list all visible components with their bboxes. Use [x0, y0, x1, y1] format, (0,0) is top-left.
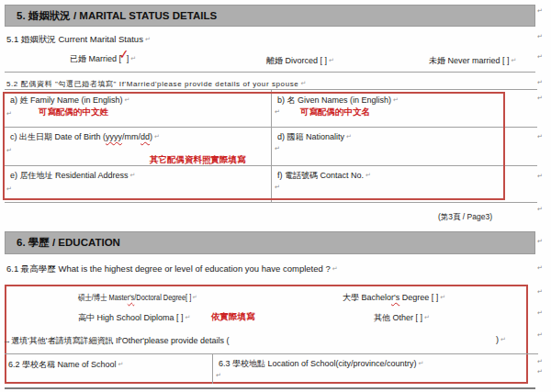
checkbox-never-married[interactable]: 未婚 Never married [ ]↵ [429, 55, 516, 67]
pilcrow-mark: ↵ [275, 145, 280, 152]
section6-title: 6. 學歷 / EDUCATION [17, 236, 120, 250]
page-number: (第3頁 / Page3) [438, 212, 492, 223]
other-details-label: 選填'其他'者請填寫詳細資訊 If'Other'please provide d… [11, 336, 229, 345]
pilcrow-mark: ↵ [500, 336, 506, 342]
pilcrow-mark: ↵ [537, 133, 543, 140]
field-family-name[interactable]: a) 姓 Family Name (in English)↵ [10, 95, 129, 106]
other-details-close-paren: )↵ [496, 335, 506, 344]
question-6-1: 6.1 最高學歷 What is the highest degree or l… [6, 263, 338, 275]
checkmark-icon: ✓ [118, 53, 129, 54]
pilcrow-mark: ↵ [537, 264, 543, 272]
pilcrow-mark: ↵ [6, 147, 12, 154]
pilcrow-mark: ↵ [537, 368, 543, 375]
annotation-spouse-other-fields: 其它配偶資料照實際填寫 [150, 154, 246, 166]
annotation-given-names: 可寫配偶的中文名 [300, 106, 370, 118]
section5-title: 5. 婚姻狀況 / MARITAL STATUS DETAILS [17, 9, 217, 23]
question-6-1-label: 6.1 最高學歷 What is the highest degree or l… [6, 263, 331, 274]
question-5-2-label: 5.2 配偶資料 "勾選已婚者填寫" If'Married'please pro… [6, 80, 298, 88]
close-paren: ) [496, 335, 499, 344]
checkbox-master-label-wavy: r's [128, 293, 135, 302]
pilcrow-mark: ↵ [419, 360, 424, 366]
divider-line [5, 72, 535, 73]
section5-header: 5. 婚姻狀況 / MARITAL STATUS DETAILS [5, 5, 535, 27]
table-row-divider [5, 353, 538, 354]
pilcrow-mark: ↵ [537, 331, 543, 339]
pilcrow-mark: ↵ [193, 294, 197, 300]
spouse-details-table: a) 姓 Family Name (in English)↵ 可寫配偶的中文姓 … [5, 89, 537, 202]
pilcrow-mark: ↵ [440, 294, 445, 300]
pilcrow-mark: ↵ [537, 309, 543, 317]
pilcrow-mark: ↵ [537, 7, 543, 15]
checkbox-bachelor[interactable]: 大學 Bachelor's Degree [ ]↵ [343, 292, 445, 304]
pilcrow-mark: ↵ [365, 172, 371, 178]
checkbox-master-doctoral[interactable]: 碩士/博士 Master's/Doctoral Degree[ ]↵ [78, 292, 223, 304]
pilcrow-mark: ↵ [275, 108, 280, 116]
checkbox-divorced[interactable]: 離婚 Divorced [ ]↵ [266, 55, 334, 67]
dob-yyyy: yyyy [106, 132, 122, 141]
checkbox-master-label: 碩士/博士 Maste [78, 293, 128, 302]
question-5-1-label: 5.1 婚姻狀況 Current Marital Status [6, 34, 143, 44]
checkbox-other-label: 其他 Other [ ] [374, 313, 422, 322]
bottom-rule [5, 387, 535, 389]
field-family-name-label: a) 姓 Family Name (in English) [10, 95, 123, 105]
pilcrow-mark: ↵ [186, 314, 191, 320]
field-school-name[interactable]: 6.2 學校名稱 Name of School↵ [8, 359, 123, 371]
table-row-divider [5, 202, 537, 203]
other-details-line: →選填'其他'者請填寫詳細資訊 If'Other'please provide … [3, 335, 229, 347]
dob-mm: /mm/ [122, 132, 141, 141]
pilcrow-mark: ↵ [537, 79, 543, 86]
dob-close: ) [150, 132, 152, 141]
field-residential-address[interactable]: e) 居住地址 Residential Address↵ [10, 170, 135, 182]
pilcrow-mark: ↵ [537, 288, 543, 296]
pilcrow-mark: ↵ [118, 361, 124, 367]
pilcrow-mark: ↵ [275, 184, 280, 191]
pilcrow-mark: ↵ [537, 173, 543, 180]
annotation-fill-as-actual: 依實際填寫 [211, 311, 255, 323]
pilcrow-mark: ↵ [537, 238, 543, 245]
checkbox-married[interactable]: 已婚 Married [✓]↵ [70, 53, 136, 65]
checkbox-bachelor-label-wavy: r's [391, 293, 399, 302]
pilcrow-mark: ↵ [6, 110, 12, 118]
field-given-names[interactable]: b) 名 Given Names (in English)↵ [277, 95, 399, 106]
checkbox-bachelor-label: 大學 Bachelo [343, 293, 391, 302]
pilcrow-mark: ↵ [537, 33, 543, 40]
pilcrow-mark: ↵ [537, 95, 543, 102]
dob-dd: dd [141, 132, 150, 141]
question-5-1: 5.1 婚姻狀況 Current Marital Status↵ [6, 34, 151, 46]
pilcrow-mark: ↵ [537, 206, 543, 213]
annotation-box-education: 碩士/博士 Master's/Doctoral Degree[ ]↵ 大學 Ba… [5, 285, 528, 384]
arrow-icon: → [3, 336, 11, 345]
pilcrow-mark: ↵ [537, 53, 543, 61]
pilcrow-mark: ↵ [125, 96, 130, 103]
pilcrow-mark: ↵ [300, 80, 306, 86]
field-given-names-label: b) 名 Given Names (in English) [277, 95, 391, 105]
field-date-of-birth[interactable]: c) 出生日期 Date of Birth (yyyy/mm/dd)↵ [10, 131, 160, 143]
pilcrow-mark: ↵ [154, 133, 160, 140]
field-school-location[interactable]: 6.3 學校地點 Location of School(city/provinc… [219, 358, 423, 370]
field-dob-label: c) 出生日期 Date of Birth ( [10, 132, 106, 141]
pilcrow-mark: ↵ [424, 314, 430, 320]
pilcrow-mark: ↵ [145, 36, 151, 42]
pilcrow-mark: ↵ [512, 57, 517, 63]
pilcrow-mark: ↵ [537, 358, 543, 365]
pilcrow-mark: ↵ [216, 372, 221, 379]
checkbox-master-bracket: /Doctoral Degree[ ] [134, 293, 191, 302]
pilcrow-mark: ↵ [346, 133, 352, 140]
field-nationality[interactable]: d) 國籍 Nationality↵ [277, 131, 352, 143]
checkbox-high-school[interactable]: 高中 High School Diploma [ ]↵ [78, 312, 190, 324]
checkbox-never-married-label: 未婚 Never married [ ] [429, 56, 510, 65]
checkbox-divorced-label: 離婚 Divorced [ ] [266, 56, 327, 65]
checkbox-high-school-label: 高中 High School Diploma [ ] [78, 313, 184, 322]
field-school-location-label: 6.3 學校地點 Location of School(city/provinc… [219, 359, 417, 368]
checkbox-married-label: 已婚 Married [ [70, 54, 121, 63]
field-contact-no[interactable]: f) 電話號碼 Contact No.↵ [277, 170, 371, 182]
annotation-family-name: 可寫配偶的中文姓 [39, 106, 108, 118]
pilcrow-mark: ↵ [329, 57, 334, 63]
checkbox-other[interactable]: 其他 Other [ ]↵ [374, 312, 430, 324]
pilcrow-mark: ↵ [130, 172, 136, 178]
field-contact-no-label: f) 電話號碼 Contact No. [277, 171, 364, 180]
pilcrow-mark: ↵ [393, 96, 399, 103]
question-5-2: 5.2 配偶資料 "勾選已婚者填寫" If'Married'please pro… [6, 79, 307, 89]
section6-header: 6. 學歷 / EDUCATION [5, 231, 535, 254]
pilcrow-mark: ↵ [332, 265, 338, 272]
